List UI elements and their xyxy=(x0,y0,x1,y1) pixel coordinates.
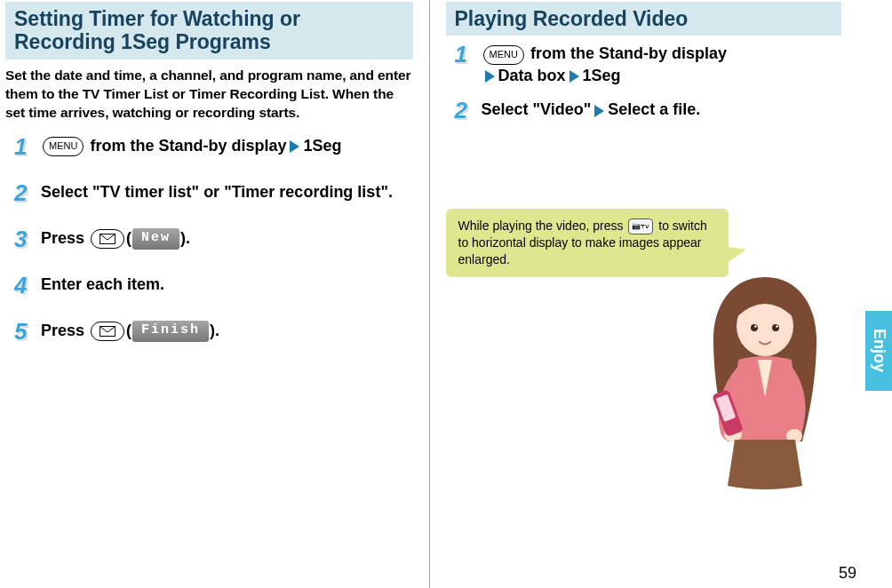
step-2-right: 2 Select "Video"Select a file. xyxy=(455,99,842,122)
step-number: 2 xyxy=(455,99,473,122)
girl-illustration xyxy=(694,264,836,513)
step-text: Select "Video" xyxy=(482,100,592,118)
page-number: 59 xyxy=(839,564,856,583)
section-title-playback: Playing Recorded Video xyxy=(446,2,842,36)
step-1-left: 1 MENU from the Stand-by display1Seg xyxy=(14,135,413,158)
step-5-left: 5 Press (Finish). xyxy=(14,320,413,343)
step-text: Select a file. xyxy=(608,100,700,118)
step-text: from the Stand-by display xyxy=(526,44,727,62)
step-number: 5 xyxy=(14,320,32,343)
step-text: from the Stand-by display xyxy=(85,137,286,155)
section-title-timer: Setting Timer for Watching or Recording … xyxy=(5,2,413,60)
tip-callout: While playing the video, press 📷ᴛᴠ to sw… xyxy=(446,209,729,277)
step-text: Enter each item. xyxy=(41,274,164,295)
step-text: Data box xyxy=(498,67,566,84)
section-tab-enjoy: Enjoy xyxy=(865,311,892,391)
arrow-icon xyxy=(485,70,495,83)
svg-point-3 xyxy=(751,324,758,331)
finish-button-label: Finish xyxy=(132,321,209,341)
step-3-left: 3 Press ( New ). xyxy=(14,227,413,250)
mail-key-icon xyxy=(91,229,124,249)
step-number: 1 xyxy=(455,43,473,66)
side-tab-bar: Enjoy xyxy=(865,0,892,588)
svg-point-6 xyxy=(776,325,778,328)
svg-point-4 xyxy=(772,324,779,331)
arrow-icon xyxy=(569,70,579,83)
right-column: Playing Recorded Video 1 MENU from the S… xyxy=(429,0,858,588)
step-text: Press xyxy=(41,322,89,339)
menu-key-icon: MENU xyxy=(483,45,524,65)
menu-key-icon: MENU xyxy=(43,137,84,156)
step-number: 1 xyxy=(14,135,32,158)
speech-tail-icon xyxy=(723,246,746,266)
step-text: ). xyxy=(210,322,219,339)
svg-point-5 xyxy=(754,325,757,328)
step-text: Select "TV timer list" or "Timer recordi… xyxy=(41,181,393,203)
new-button-label: New xyxy=(132,228,179,249)
step-text: ( xyxy=(126,322,131,339)
step-text: 1Seg xyxy=(583,67,621,84)
step-number: 4 xyxy=(14,274,32,297)
left-column: Setting Timer for Watching or Recording … xyxy=(0,0,429,588)
step-4-left: 4 Enter each item. xyxy=(14,274,413,297)
mail-key-icon xyxy=(91,322,124,341)
intro-text: Set the date and time, a channel, and pr… xyxy=(5,67,413,123)
step-number: 3 xyxy=(14,227,32,250)
step-text: ( xyxy=(126,229,131,247)
step-1-right: 1 MENU from the Stand-by display Data bo… xyxy=(455,43,842,86)
step-text: 1Seg xyxy=(303,137,341,155)
step-number: 2 xyxy=(14,181,32,204)
arrow-icon xyxy=(290,140,299,153)
step-text: Press xyxy=(41,229,89,247)
arrow-icon xyxy=(594,105,604,117)
step-2-left: 2 Select "TV timer list" or "Timer recor… xyxy=(14,181,413,204)
camera-tv-key-icon: 📷ᴛᴠ xyxy=(628,219,653,234)
tip-text: While playing the video, press xyxy=(458,219,627,233)
step-text: ). xyxy=(180,229,190,247)
